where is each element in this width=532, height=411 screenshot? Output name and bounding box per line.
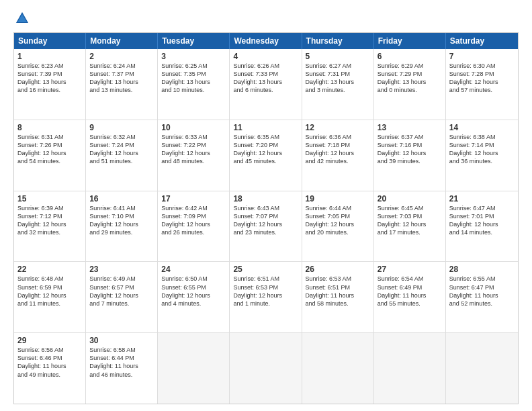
calendar-page: SundayMondayTuesdayWednesdayThursdayFrid… (0, 0, 532, 411)
calendar-cell: 18Sunrise: 6:43 AM Sunset: 7:07 PM Dayli… (230, 191, 302, 262)
calendar-cell: 21Sunrise: 6:47 AM Sunset: 7:01 PM Dayli… (446, 191, 518, 262)
calendar-header: SundayMondayTuesdayWednesdayThursdayFrid… (14, 33, 518, 49)
calendar-cell: 29Sunrise: 6:56 AM Sunset: 6:46 PM Dayli… (14, 333, 86, 404)
calendar-cell: 26Sunrise: 6:53 AM Sunset: 6:51 PM Dayli… (302, 262, 374, 332)
calendar-cell: 30Sunrise: 6:58 AM Sunset: 6:44 PM Dayli… (86, 333, 158, 404)
calendar-cell: 16Sunrise: 6:41 AM Sunset: 7:10 PM Dayli… (86, 191, 158, 262)
calendar-cell: 14Sunrise: 6:38 AM Sunset: 7:14 PM Dayli… (446, 120, 518, 191)
calendar-cell (230, 333, 302, 404)
header (13, 11, 519, 26)
calendar-cell: 20Sunrise: 6:45 AM Sunset: 7:03 PM Dayli… (374, 191, 446, 262)
calendar-cell: 23Sunrise: 6:49 AM Sunset: 6:57 PM Dayli… (86, 262, 158, 332)
calendar-cell: 28Sunrise: 6:55 AM Sunset: 6:47 PM Dayli… (446, 262, 518, 332)
calendar-week: 1Sunrise: 6:23 AM Sunset: 7:39 PM Daylig… (14, 49, 518, 120)
calendar-cell: 24Sunrise: 6:50 AM Sunset: 6:55 PM Dayli… (158, 262, 230, 332)
calendar-cell: 8Sunrise: 6:31 AM Sunset: 7:26 PM Daylig… (14, 120, 86, 191)
calendar-cell: 13Sunrise: 6:37 AM Sunset: 7:16 PM Dayli… (374, 120, 446, 191)
calendar-cell: 7Sunrise: 6:30 AM Sunset: 7:28 PM Daylig… (446, 49, 518, 120)
calendar-week: 22Sunrise: 6:48 AM Sunset: 6:59 PM Dayli… (14, 261, 518, 332)
calendar-cell: 12Sunrise: 6:36 AM Sunset: 7:18 PM Dayli… (302, 120, 374, 191)
calendar-week: 29Sunrise: 6:56 AM Sunset: 6:46 PM Dayli… (14, 332, 518, 404)
calendar-cell (446, 333, 518, 404)
calendar-week: 15Sunrise: 6:39 AM Sunset: 7:12 PM Dayli… (14, 191, 518, 262)
calendar-body: 1Sunrise: 6:23 AM Sunset: 7:39 PM Daylig… (14, 49, 518, 404)
calendar-cell: 11Sunrise: 6:35 AM Sunset: 7:20 PM Dayli… (230, 120, 302, 191)
calendar-cell: 17Sunrise: 6:42 AM Sunset: 7:09 PM Dayli… (158, 191, 230, 262)
calendar-cell: 27Sunrise: 6:54 AM Sunset: 6:49 PM Dayli… (374, 262, 446, 332)
calendar-cell: 22Sunrise: 6:48 AM Sunset: 6:59 PM Dayli… (14, 262, 86, 332)
logo-icon (15, 11, 30, 26)
header-day: Sunday (14, 33, 86, 49)
calendar-cell: 3Sunrise: 6:25 AM Sunset: 7:35 PM Daylig… (158, 49, 230, 120)
header-day: Wednesday (230, 33, 302, 49)
calendar-cell: 6Sunrise: 6:29 AM Sunset: 7:29 PM Daylig… (374, 49, 446, 120)
calendar-cell: 19Sunrise: 6:44 AM Sunset: 7:05 PM Dayli… (302, 191, 374, 262)
calendar-cell: 1Sunrise: 6:23 AM Sunset: 7:39 PM Daylig… (14, 49, 86, 120)
logo (13, 11, 30, 26)
calendar-cell: 9Sunrise: 6:32 AM Sunset: 7:24 PM Daylig… (86, 120, 158, 191)
calendar-cell (302, 333, 374, 404)
calendar-cell: 15Sunrise: 6:39 AM Sunset: 7:12 PM Dayli… (14, 191, 86, 262)
calendar-cell: 2Sunrise: 6:24 AM Sunset: 7:37 PM Daylig… (86, 49, 158, 120)
calendar-cell: 4Sunrise: 6:26 AM Sunset: 7:33 PM Daylig… (230, 49, 302, 120)
header-day: Monday (86, 33, 158, 49)
header-day: Saturday (446, 33, 518, 49)
calendar-cell: 10Sunrise: 6:33 AM Sunset: 7:22 PM Dayli… (158, 120, 230, 191)
calendar-week: 8Sunrise: 6:31 AM Sunset: 7:26 PM Daylig… (14, 120, 518, 191)
header-day: Tuesday (158, 33, 230, 49)
calendar-cell: 5Sunrise: 6:27 AM Sunset: 7:31 PM Daylig… (302, 49, 374, 120)
calendar: SundayMondayTuesdayWednesdayThursdayFrid… (13, 32, 519, 404)
calendar-cell (374, 333, 446, 404)
header-day: Friday (374, 33, 446, 49)
calendar-cell (158, 333, 230, 404)
calendar-cell: 25Sunrise: 6:51 AM Sunset: 6:53 PM Dayli… (230, 262, 302, 332)
header-day: Thursday (302, 33, 374, 49)
